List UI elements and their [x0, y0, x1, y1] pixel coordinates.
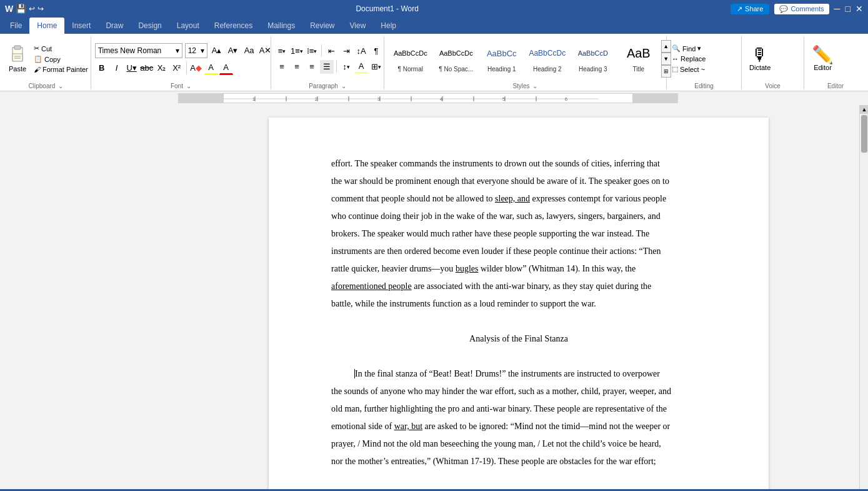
- justify-button[interactable]: ☰: [320, 60, 334, 74]
- vertical-scrollbar[interactable]: ▲: [859, 105, 868, 489]
- svg-text:6: 6: [565, 96, 568, 102]
- document-scroll-area[interactable]: effort. The speaker commands the instrum…: [178, 105, 859, 489]
- quick-access-save[interactable]: 💾: [16, 4, 26, 14]
- para-4: who continue doing their job in the wake…: [331, 208, 706, 225]
- style-normal[interactable]: AaBbCcDc ¶ Normal: [388, 39, 433, 79]
- underline-bugles: bugles: [456, 264, 479, 273]
- find-label: Find: [682, 45, 696, 53]
- font-name-selector[interactable]: Times New Roman ▾: [95, 43, 182, 58]
- quick-access-undo[interactable]: ↩: [29, 4, 35, 13]
- decrease-font-size-button[interactable]: A▾: [226, 44, 240, 58]
- title-bar-left: W 💾 ↩ ↪: [5, 4, 44, 14]
- select-icon: ⬚: [672, 65, 678, 73]
- tab-insert[interactable]: Insert: [64, 18, 98, 34]
- comments-label: Comments: [791, 5, 824, 13]
- style-heading1[interactable]: AaBbCc Heading 1: [479, 39, 524, 79]
- style-heading3[interactable]: AaBbCcD Heading 3: [571, 39, 616, 79]
- document-page[interactable]: effort. The speaker commands the instrum…: [269, 118, 769, 489]
- para-9: battle, while the instruments function a…: [331, 295, 706, 313]
- text-effects-button[interactable]: A◆: [189, 61, 203, 75]
- decrease-indent-button[interactable]: ⇤: [324, 44, 338, 58]
- para-3: comment that people should not be allowe…: [331, 190, 706, 208]
- align-center-button[interactable]: ≡: [290, 60, 304, 74]
- tab-file[interactable]: File: [2, 18, 29, 34]
- share-icon: ↗: [737, 5, 742, 13]
- voice-group-label: Voice: [746, 81, 800, 89]
- styles-gallery: AaBbCcDc ¶ Normal AaBbCcDc ¶ No Spac... …: [388, 39, 661, 79]
- increase-indent-button[interactable]: ⇥: [339, 44, 353, 58]
- comments-button[interactable]: 💬 Comments: [774, 4, 829, 14]
- style-title[interactable]: AaB Title: [616, 39, 661, 79]
- para-1: effort. The speaker commands the instrum…: [331, 155, 706, 173]
- scroll-up-arrow[interactable]: ▲: [860, 105, 868, 114]
- font-group: Times New Roman ▾ 12 ▾ A▴ A▾ Aa A✕ B I U…: [91, 36, 271, 89]
- italic-button[interactable]: I: [110, 61, 124, 75]
- tab-layout[interactable]: Layout: [169, 18, 207, 34]
- tab-design[interactable]: Design: [131, 18, 169, 34]
- share-button[interactable]: ↗ Share: [731, 4, 769, 14]
- close-button[interactable]: ✕: [856, 4, 863, 14]
- quick-access-redo[interactable]: ↪: [37, 4, 44, 13]
- minimize-button[interactable]: ─: [834, 4, 841, 14]
- borders-button[interactable]: ⊞▾: [369, 60, 383, 74]
- font-color-button[interactable]: A: [219, 61, 233, 75]
- select-button[interactable]: ⬚ Select ~: [671, 64, 706, 74]
- font-size-dropdown-icon: ▾: [201, 46, 204, 55]
- text-highlight-button[interactable]: A: [204, 61, 218, 75]
- tab-view[interactable]: View: [342, 18, 374, 34]
- editing-group-label: Editing: [671, 81, 737, 89]
- tab-mailings[interactable]: Mailings: [260, 18, 302, 34]
- format-painter-label: Format Painter: [42, 66, 88, 73]
- ribbon-tabs: File Home Insert Draw Design Layout Refe…: [0, 18, 868, 34]
- tab-review[interactable]: Review: [302, 18, 342, 34]
- cut-button[interactable]: ✂ Cut: [32, 44, 89, 53]
- font-content: Times New Roman ▾ 12 ▾ A▴ A▾ Aa A✕ B I U…: [95, 36, 272, 81]
- tab-help[interactable]: Help: [373, 18, 404, 34]
- final-para-1[interactable]: In the final stanza of “Beat! Beat! Drum…: [331, 365, 706, 383]
- subscript-button[interactable]: X₂: [155, 61, 169, 75]
- bold-button[interactable]: B: [95, 61, 109, 75]
- superscript-button[interactable]: X²: [170, 61, 184, 75]
- style-heading2-preview: AaBbCcDc: [527, 41, 568, 66]
- font-expand-icon[interactable]: ⌄: [186, 83, 191, 89]
- paragraph-row1: ≡▾ 1≡▾ ⁞≡▾ ⇤ ⇥ ↕A ¶: [275, 44, 383, 58]
- ruler-marks: 1 2 3 4 5 6: [224, 94, 677, 103]
- style-heading2[interactable]: AaBbCcDc Heading 2: [525, 39, 570, 79]
- align-right-button[interactable]: ≡: [305, 60, 319, 74]
- align-left-button[interactable]: ≡: [275, 60, 289, 74]
- show-formatting-button[interactable]: ¶: [369, 44, 383, 58]
- tab-home[interactable]: Home: [29, 18, 64, 34]
- copy-button[interactable]: 📋 Copy: [32, 54, 89, 64]
- bullets-button[interactable]: ≡▾: [275, 44, 289, 58]
- font-name-dropdown-icon: ▾: [176, 46, 179, 55]
- clipboard-expand-icon[interactable]: ⌄: [58, 83, 63, 89]
- editor-button[interactable]: ✏️ Editor: [808, 45, 837, 73]
- dictate-button[interactable]: 🎙 Dictate: [746, 45, 774, 73]
- paste-button[interactable]: Paste: [5, 44, 30, 74]
- para-2: the war should be prominent enough that …: [331, 173, 706, 190]
- paragraph-expand-icon[interactable]: ⌄: [341, 83, 346, 89]
- multilevel-list-button[interactable]: ⁞≡▾: [305, 44, 319, 58]
- replace-button[interactable]: ↔ Replace: [671, 54, 707, 63]
- sort-button[interactable]: ↕A: [354, 44, 368, 58]
- format-painter-button[interactable]: 🖌 Format Painter: [32, 65, 89, 74]
- editing-group: 🔍 Find ▾ ↔ Replace ⬚ Select ~ Editing: [667, 36, 742, 89]
- document-title: Document1 - Word: [356, 4, 418, 13]
- styles-expand-icon[interactable]: ⌄: [532, 83, 537, 89]
- svg-text:5: 5: [502, 96, 506, 102]
- font-size-selector[interactable]: 12 ▾: [185, 43, 207, 58]
- find-button[interactable]: 🔍 Find ▾: [671, 44, 702, 53]
- underline-button[interactable]: U▾: [125, 61, 139, 75]
- scrollbar-thumb[interactable]: [861, 115, 867, 153]
- line-spacing-button[interactable]: ↕▾: [339, 60, 353, 74]
- numbering-button[interactable]: 1≡▾: [290, 44, 304, 58]
- shading-button[interactable]: A: [354, 60, 368, 74]
- maximize-button[interactable]: □: [846, 4, 851, 14]
- increase-font-size-button[interactable]: A▴: [210, 44, 224, 58]
- change-case-button[interactable]: Aa: [242, 44, 256, 58]
- style-no-spacing[interactable]: AaBbCcDc ¶ No Spac...: [434, 39, 479, 79]
- tab-references[interactable]: References: [207, 18, 260, 34]
- clear-formatting-button[interactable]: A✕: [259, 44, 272, 58]
- tab-draw[interactable]: Draw: [98, 18, 131, 34]
- strikethrough-button[interactable]: abc: [140, 61, 154, 75]
